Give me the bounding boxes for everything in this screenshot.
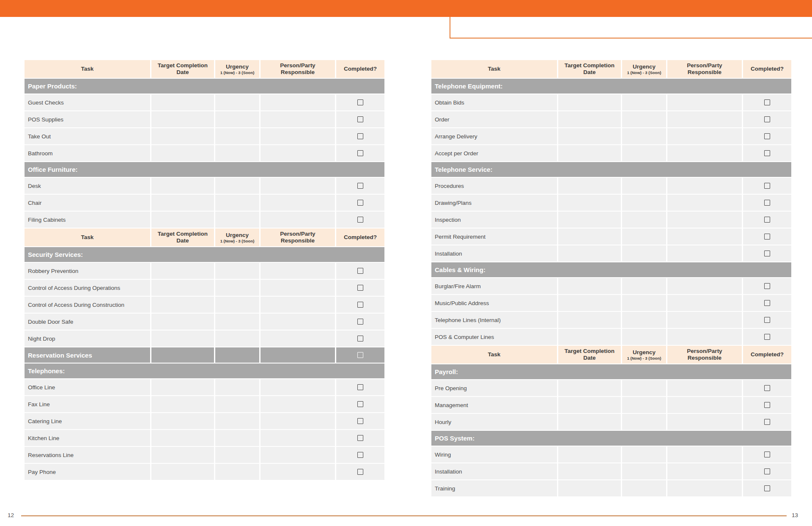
completed-checkbox[interactable] <box>357 435 363 441</box>
column-header-label: Urgency <box>633 349 656 356</box>
task-row: Arrange Delivery <box>431 128 791 144</box>
completed-checkbox[interactable] <box>764 402 770 408</box>
completed-checkbox[interactable] <box>764 200 770 206</box>
column-header-label: Person/Party Responsible <box>670 62 739 76</box>
completed-checkbox[interactable] <box>357 418 363 424</box>
completed-checkbox[interactable] <box>357 384 363 390</box>
completed-cell <box>743 397 791 413</box>
completed-cell <box>336 379 384 395</box>
completed-checkbox[interactable] <box>764 334 770 340</box>
person-responsible-cell <box>261 263 335 279</box>
task-cell: Filing Cabinets <box>25 212 150 228</box>
person-responsible-cell <box>667 111 742 127</box>
task-label: Chair <box>28 200 41 206</box>
completed-cell <box>336 263 384 279</box>
completed-checkbox[interactable] <box>764 468 770 474</box>
person-responsible-cell <box>667 229 742 245</box>
task-cell: Arrange Delivery <box>431 128 557 144</box>
urgency-cell <box>215 178 259 194</box>
person-responsible-cell <box>261 330 335 347</box>
person-responsible-cell <box>667 480 742 496</box>
urgency-cell <box>215 212 259 228</box>
completed-checkbox[interactable] <box>357 116 363 122</box>
completed-checkbox[interactable] <box>764 419 770 425</box>
completed-checkbox[interactable] <box>357 217 363 223</box>
task-row: Reservations Line <box>25 447 384 463</box>
completed-checkbox[interactable] <box>357 99 363 105</box>
completed-checkbox[interactable] <box>357 133 363 139</box>
person-responsible-cell <box>667 446 742 463</box>
completed-checkbox[interactable] <box>357 452 363 458</box>
completed-checkbox[interactable] <box>764 485 770 491</box>
completed-cell <box>336 396 384 412</box>
target-date-cell <box>151 314 214 330</box>
completed-checkbox[interactable] <box>357 319 363 325</box>
completed-checkbox[interactable] <box>357 285 363 291</box>
completed-checkbox[interactable] <box>764 317 770 323</box>
completed-checkbox[interactable] <box>764 183 770 189</box>
completed-checkbox[interactable] <box>357 469 363 475</box>
completed-checkbox[interactable] <box>357 268 363 274</box>
person-responsible-cell <box>261 128 335 144</box>
completed-checkbox[interactable] <box>764 150 770 156</box>
task-label: Wiring <box>435 452 451 458</box>
target-date-cell <box>151 263 214 279</box>
target-date-cell <box>151 413 214 429</box>
completed-cell <box>336 111 384 127</box>
completed-checkbox[interactable] <box>764 234 770 240</box>
task-row: Night Drop <box>25 330 384 347</box>
person-responsible-cell <box>261 413 335 429</box>
column-header-person: Person/Party Responsible <box>667 346 742 364</box>
task-row: Fax Line <box>25 396 384 412</box>
section-header-label: Paper Products: <box>28 83 77 90</box>
person-responsible-cell <box>261 297 335 313</box>
completed-checkbox[interactable] <box>357 336 363 341</box>
task-cell: Inspection <box>431 212 557 228</box>
completed-checkbox[interactable] <box>764 251 770 256</box>
task-row: Telephone Lines (Internal) <box>431 312 791 328</box>
target-date-cell <box>558 380 621 396</box>
task-label: Telephone Lines (Internal) <box>435 317 501 323</box>
task-cell: Catering Line <box>25 413 150 429</box>
completed-checkbox[interactable] <box>764 217 770 223</box>
completed-checkbox[interactable] <box>764 452 770 457</box>
completed-checkbox[interactable] <box>357 352 363 358</box>
completed-checkbox[interactable] <box>764 133 770 139</box>
task-row: Installation <box>431 245 791 262</box>
completed-checkbox[interactable] <box>764 300 770 306</box>
column-header-label: Person/Party Responsible <box>263 62 332 76</box>
section-header-label: Telephone Equipment: <box>435 83 503 90</box>
section-header-banner: Telephone Equipment: <box>431 79 791 94</box>
target-date-cell <box>151 379 214 395</box>
task-label: Double Door Safe <box>28 319 73 325</box>
completed-cell <box>336 314 384 330</box>
completed-checkbox[interactable] <box>764 283 770 289</box>
completed-checkbox[interactable] <box>357 150 363 156</box>
urgency-cell <box>215 347 259 363</box>
completed-cell <box>336 447 384 463</box>
person-responsible-cell <box>667 312 742 328</box>
column-header-target-date: Target Completion Date <box>151 60 214 78</box>
task-row: POS Supplies <box>25 111 384 127</box>
completed-checkbox[interactable] <box>764 99 770 105</box>
urgency-cell <box>215 263 259 279</box>
footer-rule <box>21 515 787 516</box>
task-row: Chair <box>25 195 384 211</box>
completed-checkbox[interactable] <box>357 183 363 189</box>
target-date-cell <box>151 212 214 228</box>
person-responsible-cell <box>667 329 742 345</box>
section-header-label: POS System: <box>435 435 475 442</box>
completed-checkbox[interactable] <box>764 116 770 122</box>
completed-checkbox[interactable] <box>764 385 770 391</box>
completed-checkbox[interactable] <box>357 302 363 308</box>
task-label: Training <box>435 485 455 492</box>
person-responsible-cell <box>667 145 742 161</box>
task-label: POS & Computer Lines <box>435 334 494 340</box>
completed-checkbox[interactable] <box>357 200 363 206</box>
person-responsible-cell <box>261 111 335 127</box>
completed-cell <box>743 245 791 262</box>
person-responsible-cell <box>261 94 335 110</box>
completed-cell <box>743 195 791 211</box>
completed-checkbox[interactable] <box>357 401 363 407</box>
target-date-cell <box>558 397 621 413</box>
